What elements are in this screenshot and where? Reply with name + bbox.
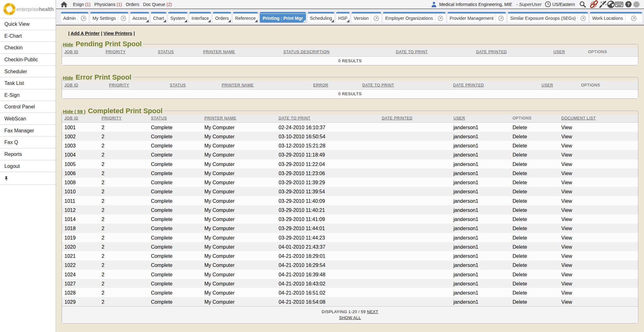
svg-text:?: ?	[627, 2, 630, 7]
